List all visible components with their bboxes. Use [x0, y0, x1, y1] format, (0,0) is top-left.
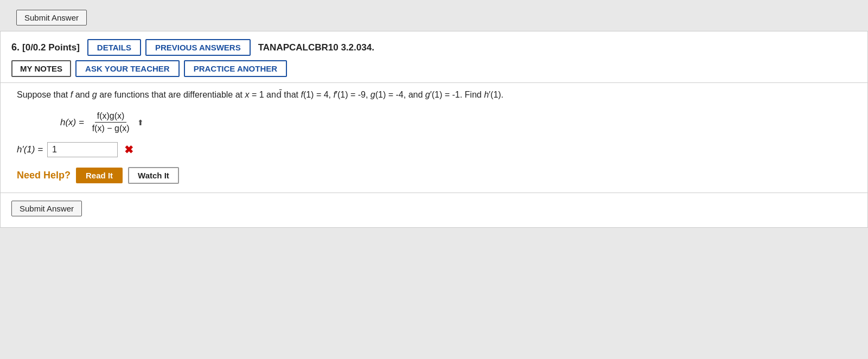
need-help-label: Need Help? [17, 170, 71, 181]
practice-another-button[interactable]: PRACTICE ANOTHER [184, 60, 287, 77]
bottom-submit-button[interactable]: Submit Answer [11, 201, 82, 216]
formula-fraction: f(x)g(x) f(x) − g(x) [90, 111, 132, 133]
cursor-indicator: ⬆ [137, 118, 144, 127]
ask-teacher-button[interactable]: ASK YOUR TEACHER [75, 60, 180, 77]
formula-block: h(x) = f(x)g(x) f(x) − g(x) ⬆ [60, 111, 851, 133]
need-help-row: Need Help? Read It Watch It [17, 167, 851, 184]
formula-lhs: h(x) = [60, 117, 87, 128]
details-button[interactable]: DETAILS [87, 39, 141, 56]
wrong-icon: ✖ [124, 143, 133, 156]
read-it-button[interactable]: Read It [76, 168, 123, 183]
my-notes-button[interactable]: MY NOTES [11, 60, 71, 77]
previous-answers-button[interactable]: PREVIOUS ANSWERS [145, 39, 251, 56]
answer-label: h′(1) = [17, 144, 43, 155]
watch-it-button[interactable]: Watch It [128, 167, 179, 184]
fraction-denominator: f(x) − g(x) [90, 123, 132, 133]
question-text: Suppose that f and g are functions that … [17, 88, 851, 101]
question-code: TANAPCALCBR10 3.2.034. [258, 42, 374, 53]
top-submit-button[interactable]: Submit Answer [16, 10, 87, 25]
question-number: 6. [0/0.2 Points] [11, 42, 80, 53]
answer-row: h′(1) = ✖ [17, 142, 851, 157]
fraction-numerator: f(x)g(x) [95, 111, 127, 123]
answer-input[interactable] [47, 142, 118, 157]
